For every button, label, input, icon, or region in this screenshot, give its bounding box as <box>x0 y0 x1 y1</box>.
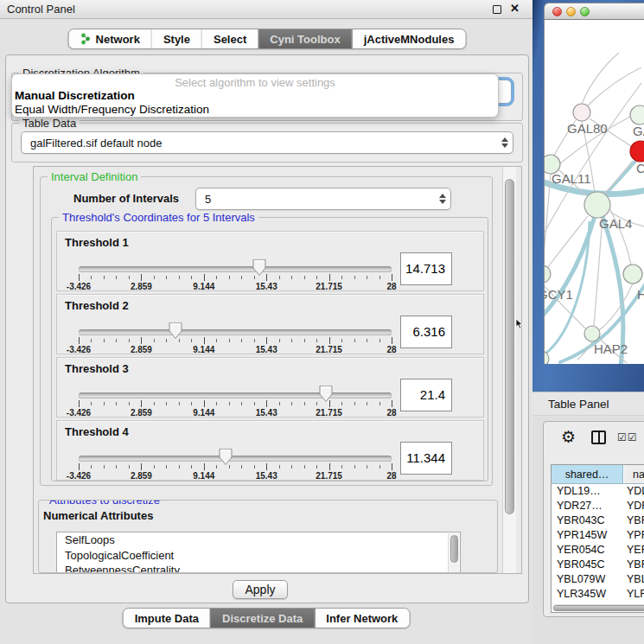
network-node[interactable] <box>623 265 642 284</box>
tab-jactivemnodules[interactable]: jActiveMNodules <box>352 29 466 48</box>
slider-tick <box>392 400 392 407</box>
horizontal-scrollbar[interactable] <box>552 604 644 611</box>
slider-tick <box>116 465 117 469</box>
network-node[interactable] <box>630 141 644 162</box>
threshold-value-input[interactable]: 21.4 <box>400 379 452 411</box>
horizontal-scrollbar-thumb[interactable] <box>553 605 644 611</box>
network-node[interactable] <box>573 104 590 121</box>
slider-track[interactable] <box>79 392 392 399</box>
tab-style-label: Style <box>163 33 190 46</box>
slider-tick <box>329 400 330 407</box>
table-row[interactable]: YLR345WYLR3 <box>552 587 644 602</box>
zoom-window-icon[interactable] <box>580 7 590 16</box>
algorithm-option-manual[interactable]: Manual Discretization <box>12 89 498 103</box>
attributes-list-scrollbar[interactable] <box>448 533 459 573</box>
attributes-list-scrollbar-thumb[interactable] <box>450 535 458 563</box>
threshold-slider[interactable]: -3.4262.8599.14415.4321.71528 <box>79 322 392 355</box>
apply-button[interactable]: Apply <box>233 580 288 599</box>
column-header-shared-name[interactable]: shared… <box>552 465 623 483</box>
slider-tick <box>354 276 355 279</box>
slider-tick <box>279 339 280 342</box>
slider-track[interactable] <box>79 456 392 462</box>
close-window-icon[interactable] <box>552 7 562 16</box>
slider-tick-label: 2.859 <box>131 408 152 418</box>
network-node[interactable] <box>584 326 600 341</box>
network-canvas[interactable]: GAL80GACGAL11GAL4GCY1HHAP2 <box>544 20 644 364</box>
slider-track[interactable] <box>79 266 392 272</box>
table-row[interactable]: YBR045CYBR0 <box>552 558 644 572</box>
table-row[interactable]: YBL079WYBL0 <box>552 572 644 587</box>
network-window-titlebar[interactable] <box>544 3 644 20</box>
control-panel-titlebar: Control Panel ✕ <box>0 0 532 19</box>
slider-tick-label: 15.43 <box>256 282 277 291</box>
slider-tick <box>316 339 317 342</box>
tab-network-label: Network <box>96 33 140 46</box>
number-of-intervals-combobox[interactable]: 5 <box>195 188 451 210</box>
tab-style[interactable]: Style <box>151 29 201 48</box>
vertical-scrollbar[interactable] <box>502 167 516 573</box>
numerical-attributes-heading: Numerical Attributes <box>43 509 153 522</box>
close-panel-icon[interactable]: ✕ <box>510 2 520 15</box>
algorithm-option-equal-width[interactable]: Equal Width/Frequency Discretization <box>12 103 498 117</box>
slider-tick <box>154 402 155 405</box>
network-node[interactable] <box>545 265 551 283</box>
tab-network[interactable]: Network <box>69 29 151 48</box>
table-row[interactable]: YDR27…YDR2 <box>552 499 644 513</box>
network-view-window: GAL80GACGAL11GAL4GCY1HHAP2 <box>544 3 644 364</box>
vertical-scrollbar-thumb[interactable] <box>505 179 514 514</box>
slider-tick <box>254 465 255 469</box>
attribute-list-item[interactable]: SelfLoops <box>57 532 460 548</box>
cell-shared-name: YBL079W <box>552 572 623 587</box>
column-header-name[interactable]: na <box>623 465 644 483</box>
attribute-list-item[interactable]: TopologicalCoefficient <box>57 548 460 564</box>
numerical-attributes-list[interactable]: SelfLoopsTopologicalCoefficientBetweenne… <box>56 532 461 573</box>
tab-discretize-data[interactable]: Discretize Data <box>210 609 314 628</box>
table-row[interactable]: YPR145WYPR1 <box>552 528 644 543</box>
attribute-list-item[interactable]: BetweennessCentrality <box>57 563 460 573</box>
tab-select[interactable]: Select <box>201 29 258 48</box>
right-workspace: GAL80GACGAL11GAL4GCY1HHAP2 Table Panel ⚙… <box>532 0 644 644</box>
cell-shared-name: YDR27… <box>552 499 623 513</box>
tab-impute-data[interactable]: Impute Data <box>124 609 210 628</box>
slider-tick <box>179 276 180 279</box>
table-data-group-title: Table Data <box>19 117 80 130</box>
network-node-label: C <box>636 161 644 175</box>
threshold-slider[interactable]: -3.4262.8599.14415.4321.71528 <box>79 385 392 418</box>
table-row[interactable]: YER054CYER0 <box>552 543 644 558</box>
slider-tick <box>129 339 130 342</box>
slider-tick <box>392 463 392 470</box>
slider-tick <box>216 402 217 405</box>
slider-track[interactable] <box>79 329 392 335</box>
slider-tick <box>341 465 342 469</box>
slider-tick-label: 9.144 <box>193 408 214 418</box>
table-data-combobox[interactable]: galFiltered.sif default node <box>21 131 513 154</box>
threshold-value-input[interactable]: 11.344 <box>400 442 452 475</box>
slider-tick <box>104 339 105 342</box>
table-panel-header[interactable]: Table Panel <box>532 392 644 416</box>
threshold-label: Threshold 3 <box>65 362 129 375</box>
cell-name: YBR0 <box>623 513 644 528</box>
table-row[interactable]: YDL19…YDL1 <box>552 484 644 499</box>
slider-tick <box>154 465 155 469</box>
network-node[interactable] <box>630 105 644 124</box>
network-node[interactable] <box>584 192 610 218</box>
slider-tick <box>329 463 330 470</box>
gear-icon[interactable]: ⚙ <box>561 427 576 447</box>
slider-tick <box>279 465 280 469</box>
tab-select-label: Select <box>214 33 246 46</box>
attributes-group-title: Attributes to discretize <box>46 500 163 507</box>
tab-cyni-toolbox[interactable]: Cyni Toolbox <box>258 29 351 48</box>
threshold-value-input[interactable]: 6.316 <box>400 316 452 348</box>
node-attribute-table: shared… na YDL19…YDL1YDR27…YDR2YBR043CYB… <box>551 464 644 613</box>
tab-infer-network[interactable]: Infer Network <box>314 609 409 628</box>
float-panel-icon[interactable] <box>493 5 501 14</box>
slider-tick <box>291 339 292 342</box>
select-columns-icons[interactable]: ☑☑ <box>617 431 638 443</box>
minimize-window-icon[interactable] <box>566 7 576 16</box>
threshold-slider[interactable]: -3.4262.8599.14415.4321.71528 <box>79 448 392 481</box>
threshold-value-input[interactable]: 14.713 <box>400 252 452 285</box>
column-layout-icon[interactable] <box>591 430 606 444</box>
threshold-slider[interactable]: -3.4262.8599.14415.4321.71528 <box>79 258 392 292</box>
slider-tick-labels: -3.4262.8599.14415.4321.71528 <box>79 471 392 481</box>
table-row[interactable]: YBR043CYBR0 <box>552 513 644 528</box>
